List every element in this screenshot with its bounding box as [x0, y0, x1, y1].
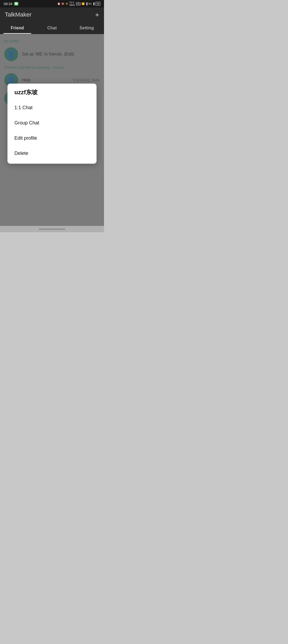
signal-icon-2: ▐ — [93, 2, 94, 5]
add-button[interactable]: + — [95, 11, 99, 18]
bottom-bar — [0, 226, 104, 232]
page-wrapper: 09:34 ⏰ 🔇 ⚡ 21.0KB/S HD 📶 ▐ 5G ▐ 98 Talk… — [0, 0, 104, 232]
message-notification-icon — [14, 2, 18, 6]
main-content: My profile 👤 Set as 'ME' in friends. (Ed… — [0, 34, 104, 226]
tab-chat[interactable]: Chat — [35, 22, 69, 34]
alarm-icon: ⏰ — [57, 2, 60, 5]
context-menu-item-chat[interactable]: 1:1 Chat — [7, 100, 97, 115]
mute-icon: 🔇 — [61, 2, 64, 5]
tab-bar: Friend Chat Setting — [0, 22, 104, 34]
wifi-icon: 📶 — [82, 2, 85, 5]
data-speed-text: 21.0KB/S — [69, 1, 75, 6]
hd-icon: HD — [76, 2, 81, 5]
status-bar: 09:34 ⏰ 🔇 ⚡ 21.0KB/S HD 📶 ▐ 5G ▐ 98 — [0, 0, 104, 7]
context-menu-item-group-chat[interactable]: Group Chat — [7, 115, 97, 131]
status-time: 09:34 — [4, 2, 13, 6]
signal-5g-text: 5G — [89, 2, 92, 5]
app-title: TalkMaker — [5, 11, 31, 18]
context-menu-username: uzzf东坡 — [7, 88, 97, 100]
signal-icon-1: ▐ — [86, 2, 87, 5]
app-header: TalkMaker + — [0, 7, 104, 22]
context-menu-item-delete[interactable]: Delete — [7, 146, 97, 161]
context-menu: uzzf东坡 1:1 Chat Group Chat Edit profile … — [7, 84, 97, 164]
context-menu-item-edit-profile[interactable]: Edit profile — [7, 131, 97, 146]
tab-friend[interactable]: Friend — [0, 22, 35, 34]
home-indicator — [39, 229, 65, 230]
bluetooth-icon: ⚡ — [65, 2, 68, 5]
svg-marker-1 — [16, 5, 17, 5]
tab-setting[interactable]: Setting — [69, 22, 104, 34]
battery-indicator: 98 — [95, 2, 100, 6]
svg-rect-0 — [15, 3, 18, 5]
status-icons: ⏰ 🔇 ⚡ 21.0KB/S HD 📶 ▐ 5G ▐ 98 — [57, 1, 100, 6]
